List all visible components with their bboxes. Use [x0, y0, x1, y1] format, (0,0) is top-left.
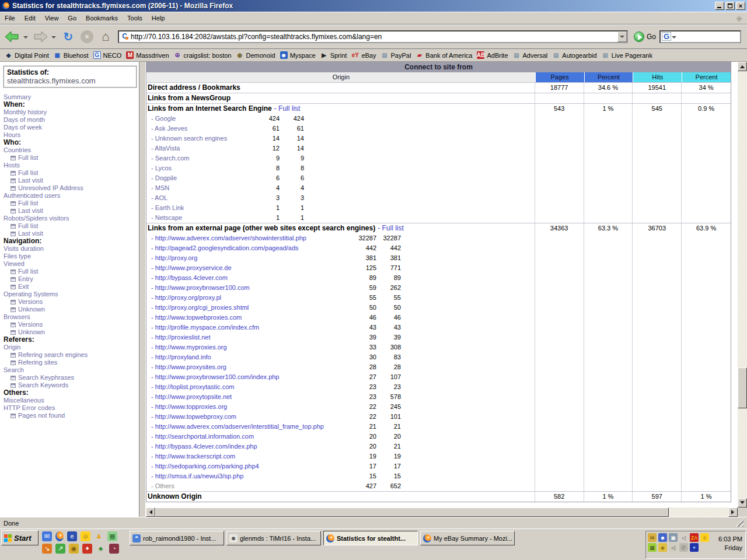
search-engine-link[interactable]: - Dogpile [148, 173, 256, 183]
url-input[interactable] [129, 33, 617, 41]
volume-tray-icon[interactable]: ◁ [679, 533, 688, 542]
scroll-right-button[interactable] [728, 508, 738, 517]
share-icon[interactable]: ↗ [55, 544, 65, 554]
search-engine-link[interactable]: - Google [148, 114, 256, 124]
home-button[interactable]: ⌂ [97, 28, 114, 46]
referrer-url-link[interactable]: - http://www.topwebproxies.com [148, 313, 353, 323]
referrer-url-link[interactable]: - http://www.adverex.com/adserver/showin… [148, 233, 353, 243]
sidebar-item-robots-spiders-visitors[interactable]: Robots/Spiders visitors [4, 215, 139, 222]
referrer-url-link[interactable]: - http://www.proxyservice.de [148, 263, 353, 273]
zonealarm-tray-icon[interactable]: ZA [690, 533, 699, 542]
frame-divider[interactable] [139, 62, 146, 517]
outlook-express-icon[interactable]: ✉ [42, 531, 52, 541]
bookmark-massdriven[interactable]: MMassdriven [125, 51, 172, 60]
search-engine-link[interactable]: - Search.com [148, 153, 256, 163]
bookmark-bank-of-america[interactable]: ▰Bank of America [414, 51, 476, 60]
referrer-url-link[interactable]: - http://pagead2.googlesyndication.com/p… [148, 243, 353, 253]
aim-icon[interactable]: ♟ [94, 531, 104, 541]
search-engine-link[interactable]: - Earth Link [148, 203, 256, 213]
search-engine-link[interactable]: - AOL [148, 193, 256, 203]
menu-go[interactable]: Go [63, 13, 81, 23]
sidebar-item-visits-duration[interactable]: Visits duration [4, 245, 139, 253]
bookmark-live-pagerank[interactable]: ▤Live Pagerank [601, 51, 656, 60]
menu-edit[interactable]: Edit [20, 13, 40, 23]
user-tray-icon[interactable]: ☻ [658, 533, 667, 542]
referrer-url-link[interactable]: - http://www.proxytopsite.net [148, 392, 353, 402]
full-list-link[interactable]: - Full list [274, 104, 301, 114]
search-engine-link[interactable]: - Lycos [148, 163, 256, 173]
green-box-tray-icon[interactable]: ▦ [648, 543, 657, 552]
smiley-icon[interactable]: ☺ [81, 531, 90, 541]
sidebar-item-files-type[interactable]: Files type [4, 253, 139, 260]
reload-button[interactable]: ↻ [60, 28, 77, 46]
referrer-url-link[interactable]: - http://www.myproxies.org [148, 342, 353, 352]
sidebar-item-hosts[interactable]: Hosts [4, 162, 139, 169]
bookmark-digital-point[interactable]: ◆Digital Point [4, 51, 53, 60]
taskbar-button[interactable]: ❝rob_raimondi1980 - Inst... [130, 531, 224, 545]
sidebar-item-hours[interactable]: Hours [4, 131, 139, 139]
sidebar-item-search[interactable]: Search [4, 366, 139, 374]
menu-view[interactable]: View [40, 13, 64, 23]
sidebar-item-miscellaneous[interactable]: Miscellaneous [4, 397, 139, 404]
smiley-tray-icon[interactable]: ☺ [700, 533, 709, 542]
referrer-url-link[interactable]: - http://www.proxybrowser100.com [148, 283, 353, 293]
full-list-link[interactable]: - Full list [378, 223, 404, 233]
zip-tray-icon[interactable]: ✦ [690, 543, 699, 552]
buddy-icon[interactable]: ♣ [96, 544, 106, 554]
referrer-url-link[interactable]: - http://www.trackerscript.com [148, 452, 353, 461]
sidebar-subitem-last-visit[interactable]: Last visit [4, 177, 139, 184]
sidebar-subitem-full-list[interactable]: Full list [4, 200, 139, 207]
referrer-url-link[interactable]: - http://searchportal.information.com [148, 432, 353, 442]
bookmark-myspace[interactable]: ☻Myspace [279, 51, 319, 60]
referrer-url-link[interactable]: - http://proxy.org/cgi_proxies.shtml [148, 303, 353, 313]
referrer-url-link[interactable]: - http://www.topproxies.org [148, 402, 353, 412]
search-engine-link[interactable]: - Unknown search engines [148, 134, 256, 144]
bookmark-autogearbid[interactable]: ▤Autogearbid [551, 51, 600, 60]
referrer-url-link[interactable]: - http://toplist.proxytastic.com [148, 382, 353, 392]
search-engine-dropdown-icon[interactable] [672, 36, 676, 41]
start-button[interactable]: Start [1, 530, 39, 545]
sidebar-subitem-full-list[interactable]: Full list [4, 268, 139, 275]
sidebar-subitem-exit[interactable]: Exit [4, 283, 139, 290]
referrer-url-link[interactable]: - http://smsa.if.ua/newui3/sp.php [148, 471, 353, 481]
referrer-url-link[interactable]: - http://www.proxybrowser100.com/index.p… [148, 372, 353, 382]
bookmark-ebay[interactable]: eYeBay [350, 51, 379, 60]
referrer-url-link[interactable]: - http://proxieslist.net [148, 332, 353, 342]
resize-grip[interactable] [736, 519, 743, 527]
scroll-left-button[interactable] [146, 508, 155, 517]
horizontal-scroll-thumb[interactable] [155, 508, 669, 517]
referrer-url-link[interactable]: - http://proxy.org/proxy.pl [148, 293, 353, 303]
bookmark-adbrite[interactable]: ABAdBrite [476, 51, 511, 60]
sidebar-subitem-versions[interactable]: Versions [4, 321, 139, 328]
browser-icon[interactable]: e [67, 531, 77, 541]
referrer-url-link[interactable]: - http://bypass.4clever.com [148, 273, 353, 283]
window-titlebar[interactable]: Statistics for stealthtracks.flymixes.co… [0, 0, 747, 12]
sidebar-item-origin[interactable]: Origin [4, 344, 139, 351]
sidebar-item-viewed[interactable]: Viewed [4, 260, 139, 268]
back-button[interactable] [4, 28, 21, 46]
referrer-url-link[interactable]: - http://proxy.org [148, 253, 353, 263]
referrer-url-link[interactable]: - http://www.adverex.com/adserver/inters… [148, 422, 353, 432]
taskbar-button[interactable]: My eBay Summary - Mozi... [420, 531, 515, 545]
speaker-tray-icon[interactable]: ◁ [669, 543, 678, 552]
download-accelerator-icon[interactable]: ↘ [42, 544, 52, 554]
sidebar-subitem-full-list[interactable]: Full list [4, 169, 139, 177]
sidebar-subitem-versions[interactable]: Versions [4, 298, 139, 306]
bookmark-demonoid[interactable]: ◉Demonoid [235, 51, 278, 60]
taskbar-button[interactable]: Statistics for stealtht... [323, 531, 418, 545]
menu-help[interactable]: Help [147, 13, 170, 23]
search-engine-link[interactable]: - AltaVista [148, 144, 256, 153]
forward-button[interactable] [32, 28, 49, 46]
forward-dropdown-icon[interactable] [51, 36, 56, 41]
scroll-up-button[interactable] [738, 62, 747, 71]
winamp-icon[interactable]: ◔ [109, 544, 119, 554]
url-bar[interactable]: C [118, 30, 628, 43]
restore-button[interactable] [725, 2, 735, 10]
menu-file[interactable]: File [0, 13, 20, 23]
display-tray-icon[interactable]: ▣ [669, 533, 678, 542]
menu-bookmarks[interactable]: Bookmarks [81, 13, 123, 23]
taskbar-button[interactable]: ☻glenmds : TiMrI16 - Insta... [226, 531, 321, 545]
mail-tray-icon[interactable]: ✉ [648, 533, 657, 542]
blocked-tray-icon[interactable]: ∅ [679, 543, 688, 552]
sidebar-subitem-refering-sites[interactable]: Refering sites [4, 359, 139, 366]
